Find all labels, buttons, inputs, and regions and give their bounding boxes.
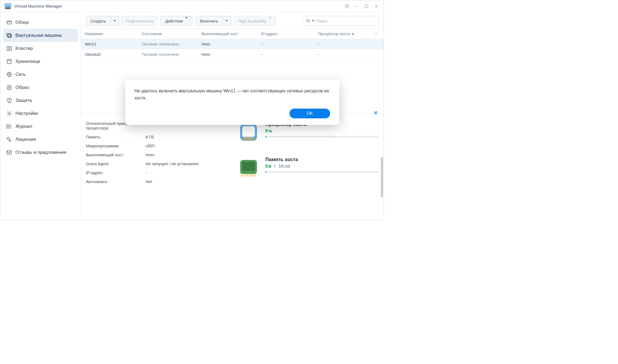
error-dialog: Не удалось включить виртуальную машину W… (125, 80, 339, 125)
cell-state: Питание отключено (142, 42, 201, 46)
vm-details-panel: Относительный приоритет процессора:Обычн… (81, 113, 384, 191)
svg-point-26 (377, 33, 378, 34)
table-row[interactable]: UbuntuD Питание отключено Hren - - (81, 49, 384, 60)
svg-rect-32 (247, 138, 248, 139)
sidebar-item-label: Виртуальная машина (15, 33, 62, 38)
sidebar-item-feedback[interactable]: Отзывы и предложения (3, 146, 78, 159)
stat-memory: Память хоста 0B / 16GB (238, 157, 379, 178)
cell-name: Win11 (85, 42, 142, 46)
vm-stats: Процессор хоста 0% Память хоста 0B (238, 119, 379, 186)
svg-rect-30 (243, 138, 244, 139)
main-panel: Создать Подключиться Действие Включить H… (81, 12, 384, 220)
prop-key: Память: (86, 135, 146, 139)
svg-rect-28 (242, 126, 255, 137)
svg-rect-8 (365, 5, 368, 8)
sidebar-item-label: Обзор (15, 20, 29, 25)
svg-rect-41 (249, 175, 250, 177)
search-box[interactable] (303, 16, 379, 26)
sidebar-item-label: Защита (15, 98, 32, 103)
th-state[interactable]: Состояние (142, 31, 201, 36)
ha-button: High Availability (234, 16, 276, 26)
details-collapse-toggle[interactable] (372, 108, 380, 116)
sort-asc-icon (352, 33, 354, 35)
svg-rect-22 (7, 151, 12, 154)
app-window: Virtual Machine Manager Обзор Виртуальна… (0, 0, 384, 220)
prop-value: Hren (146, 152, 227, 157)
svg-rect-4 (5, 8, 10, 9)
cell-name: UbuntuD (85, 52, 142, 57)
search-input[interactable] (316, 19, 376, 23)
th-host[interactable]: Выполняющий хост (201, 31, 261, 36)
sidebar-item-virtual-machine[interactable]: Виртуальная машина (3, 29, 78, 42)
prop-key: Микропрограмма: (86, 144, 146, 148)
maximize-button[interactable] (363, 3, 370, 10)
action-button[interactable]: Действие (160, 16, 192, 26)
cell-host: Hren (201, 42, 261, 46)
prop-key: IP-адрес: (86, 170, 146, 175)
create-button[interactable]: Создать (86, 16, 111, 26)
sidebar-item-label: Хранилище (15, 59, 40, 64)
sidebar-item-cluster[interactable]: Кластер (3, 42, 78, 55)
cell-state: Питание отключено (142, 52, 201, 57)
app-title: Virtual Machine Manager (14, 4, 62, 8)
svg-rect-10 (7, 34, 11, 37)
sidebar-item-license[interactable]: Лицензия (3, 133, 78, 146)
action-label: Действие (165, 19, 183, 23)
poweron-button-group: Включить (195, 16, 231, 26)
caret-down-icon (113, 20, 116, 22)
sidebar-item-storage[interactable]: Хранилище (3, 55, 78, 68)
poweron-button[interactable]: Включить (195, 16, 223, 26)
vm-table: Название Состояние Выполняющий хост IP-а… (81, 28, 384, 60)
create-dropdown-toggle[interactable] (111, 16, 119, 26)
minimize-button[interactable] (353, 3, 360, 10)
stat-label: Память хоста (265, 157, 379, 162)
prop-key: Автозапуск: (86, 179, 146, 184)
poweron-dropdown-toggle[interactable] (223, 16, 231, 26)
table-columns-menu[interactable] (372, 32, 380, 36)
table-row[interactable]: Win11 Питание отключено Hren - - (81, 39, 384, 49)
cell-ip: - (261, 42, 318, 46)
connect-button: Подключиться (121, 16, 158, 26)
toolbar: Создать Подключиться Действие Включить H… (81, 12, 384, 28)
sidebar-item-protection[interactable]: Защита (3, 94, 78, 107)
th-cpu-label: Процессор хоста (318, 31, 350, 36)
ha-label: High Availability (238, 19, 267, 23)
cell-cpu: - (318, 42, 372, 46)
stat-value: 0B / 16GB (265, 164, 379, 169)
svg-rect-37 (242, 162, 255, 171)
svg-point-16 (8, 87, 10, 88)
close-button[interactable] (373, 3, 380, 10)
sidebar-item-label: Отзывы и предложения (15, 150, 66, 155)
svg-rect-42 (252, 175, 253, 177)
titlebar: Virtual Machine Manager (0, 0, 384, 12)
sidebar-item-log[interactable]: Журнал (3, 120, 78, 133)
th-name[interactable]: Название (85, 31, 142, 36)
svg-rect-31 (245, 138, 246, 139)
scrollbar-thumb[interactable] (381, 157, 383, 197)
prop-value: Не запущен / не установлен (146, 161, 227, 166)
memory-icon (238, 157, 259, 178)
sidebar-item-overview[interactable]: Обзор (3, 16, 78, 29)
sidebar-item-label: Сеть (15, 72, 26, 77)
prop-key: Guest Agent: (86, 161, 146, 166)
search-scope-caret-icon[interactable] (312, 20, 314, 22)
svg-point-14 (7, 59, 11, 61)
svg-point-24 (374, 33, 375, 34)
svg-rect-39 (244, 175, 245, 177)
prop-value: Нет (146, 179, 227, 184)
search-icon (306, 18, 311, 23)
sidebar-item-network[interactable]: Сеть (3, 68, 78, 81)
help-button[interactable] (343, 3, 350, 10)
app-icon (4, 2, 12, 10)
svg-point-18 (7, 125, 7, 125)
ok-button[interactable]: OK (289, 109, 330, 118)
th-ip[interactable]: IP-адрес (261, 31, 318, 36)
svg-point-20 (7, 128, 7, 128)
svg-rect-33 (249, 138, 250, 139)
svg-point-19 (7, 126, 7, 127)
sidebar-item-settings[interactable]: Настройки (3, 107, 78, 120)
cell-ip: - (261, 52, 318, 57)
prop-value: 8 ГБ (146, 135, 227, 139)
th-cpu[interactable]: Процессор хоста (318, 31, 372, 36)
sidebar-item-image[interactable]: Образ (3, 81, 78, 94)
